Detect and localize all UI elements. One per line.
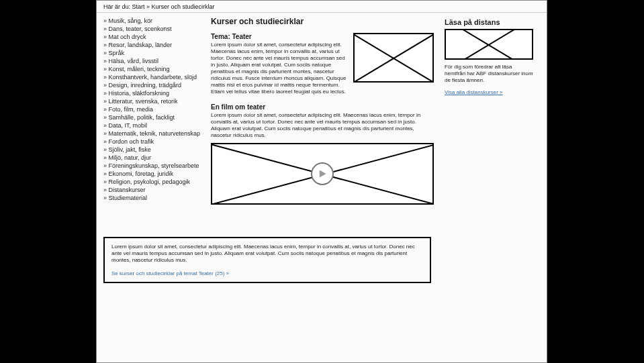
sidebar-item[interactable]: Foto, film, media (103, 105, 207, 113)
sidebar: Musik, sång, kör Dans, teater, scenkonst… (97, 15, 211, 203)
sidebar-item[interactable]: Data, IT, mobil (103, 121, 207, 129)
sidebar-item[interactable]: Ekonomi, företag, juridik (103, 170, 207, 178)
sidebar-item-label: Samhälle, politik, fackligt (109, 114, 175, 121)
right-body: För dig som föredrar att läsa hemifrån h… (445, 64, 533, 84)
right-title: Läsa på distans (445, 18, 533, 26)
tema-block: Tema: Teater Lorem ipsum dolor sit amet,… (211, 33, 434, 99)
sidebar-item[interactable]: Religion, psykologi, pedagogik (103, 178, 207, 186)
sidebar-item-label: Matematik, teknik, naturvetenskap (109, 130, 201, 137)
sidebar-item-label: Musik, sång, kör (109, 17, 153, 24)
main-column: Kurser och studiecirklar Tema: Teater Lo… (211, 15, 439, 205)
right-column: Läsa på distans För dig som föredrar att… (439, 15, 540, 95)
svg-marker-0 (320, 170, 326, 177)
sidebar-item[interactable]: Studiematerial (103, 194, 207, 202)
sidebar-item-label: Språk (109, 50, 125, 56)
sidebar-item-label: Foto, film, media (109, 106, 154, 113)
image-placeholder-icon (445, 29, 533, 60)
sidebar-item[interactable]: Konst, måleri, teckning (103, 65, 207, 73)
sidebar-item[interactable]: Design, inredning, trädgård (103, 81, 207, 89)
sidebar-item[interactable]: Konsthantverk, handarbete, slöjd (103, 73, 207, 81)
sidebar-item[interactable]: Resor, landskap, länder (103, 41, 207, 49)
sidebar-item-label: Konsthantverk, handarbete, slöjd (109, 74, 197, 81)
play-icon[interactable] (311, 162, 334, 185)
columns: Musik, sång, kör Dans, teater, scenkonst… (97, 13, 547, 205)
film-heading: En film om teater (211, 103, 434, 111)
sidebar-item-label: Hälsa, vård, livsstil (109, 58, 159, 64)
lower-box: Lorem ipsum dolor sit amet, consectetur … (103, 237, 431, 283)
sidebar-item[interactable]: Distanskurser (103, 186, 207, 194)
sidebar-item-label: Konst, måleri, teckning (109, 66, 170, 72)
see-courses-link[interactable]: Se kurser och studiecirklar på temat Tea… (111, 270, 229, 276)
sidebar-item[interactable]: Matematik, teknik, naturvetenskap (103, 129, 207, 138)
sidebar-item-label: Fordon och trafik (109, 138, 154, 145)
image-placeholder-icon (353, 33, 434, 83)
tema-heading: Tema: Teater (211, 33, 349, 40)
sidebar-item-label: Dans, teater, scenkonst (109, 25, 172, 32)
sidebar-item-label: Litteratur, svenska, retorik (109, 98, 178, 105)
sidebar-item-label: Ekonomi, företag, juridik (109, 170, 174, 177)
sidebar-item-label: Miljö, natur, djur (109, 154, 152, 161)
sidebar-item-label: Resor, landskap, länder (109, 42, 173, 48)
breadcrumb: Här är du: Start » Kurser och studiecirk… (97, 1, 547, 13)
sidebar-item[interactable]: Mat och dryck (103, 33, 207, 41)
sidebar-item-label: Design, inredning, trädgård (109, 82, 182, 89)
breadcrumb-sep: » (146, 3, 152, 10)
sidebar-item-label: Mat och dryck (109, 34, 146, 40)
sidebar-item[interactable]: Språk (103, 49, 207, 57)
sidebar-item[interactable]: Samhälle, politik, fackligt (103, 113, 207, 121)
sidebar-item[interactable]: Miljö, natur, djur (103, 154, 207, 162)
sidebar-item[interactable]: Musik, sång, kör (103, 17, 207, 25)
tema-body: Lorem ipsum dolor sit amet, consectetur … (211, 42, 349, 95)
sidebar-item[interactable]: Föreningskunskap, styrelsearbete (103, 162, 207, 170)
sidebar-item-label: Studiematerial (109, 195, 148, 201)
sidebar-item-label: Data, IT, mobil (109, 122, 148, 129)
sidebar-item[interactable]: Hälsa, vård, livsstil (103, 57, 207, 65)
sidebar-item[interactable]: Historia, släktforskning (103, 89, 207, 97)
sidebar-item-label: Föreningskunskap, styrelsearbete (109, 162, 199, 169)
sidebar-item-label: Religion, psykologi, pedagogik (109, 178, 191, 185)
page-wireframe: Här är du: Start » Kurser och studiecirk… (96, 0, 547, 363)
sidebar-item[interactable]: Litteratur, svenska, retorik (103, 97, 207, 105)
show-all-distance-link[interactable]: Visa alla distanskurser » (445, 89, 503, 95)
breadcrumb-start[interactable]: Start (132, 3, 145, 10)
page-title: Kurser och studiecirklar (211, 17, 434, 26)
lower-body: Lorem ipsum dolor sit amet, consectetur … (111, 244, 423, 264)
sidebar-item-label: Historia, släktforskning (109, 90, 170, 97)
sidebar-item[interactable]: Sjöliv, jakt, fiske (103, 146, 207, 154)
sidebar-item-label: Distanskurser (109, 187, 146, 193)
video-placeholder[interactable] (211, 143, 434, 205)
sidebar-item-label: Sjöliv, jakt, fiske (109, 146, 151, 153)
film-body: Lorem ipsum dolor sit amet, consectetur … (211, 112, 434, 139)
breadcrumb-current[interactable]: Kurser och studiecirklar (152, 3, 215, 10)
sidebar-item[interactable]: Dans, teater, scenkonst (103, 25, 207, 33)
sidebar-item[interactable]: Fordon och trafik (103, 138, 207, 146)
breadcrumb-prefix: Här är du: (103, 3, 132, 10)
tema-text: Tema: Teater Lorem ipsum dolor sit amet,… (211, 33, 349, 99)
